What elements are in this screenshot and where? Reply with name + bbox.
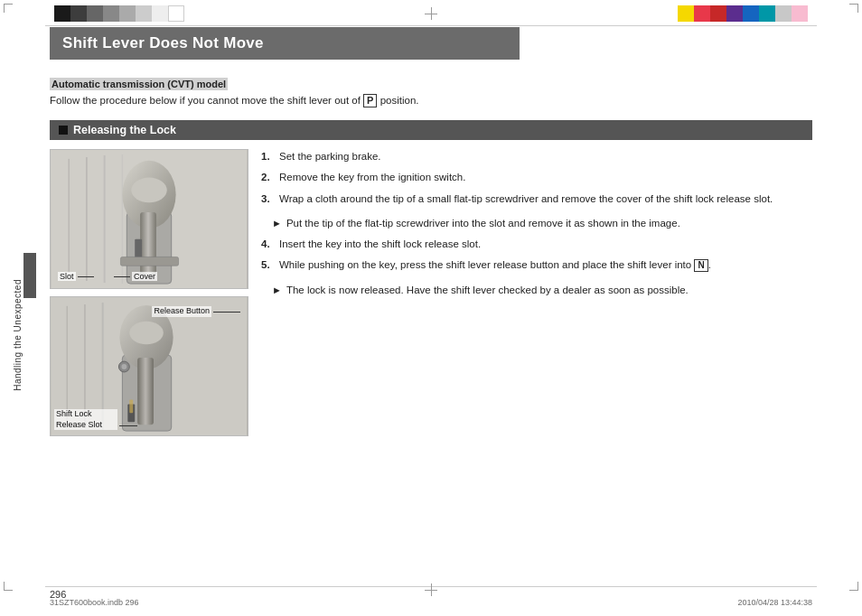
section-icon	[59, 126, 68, 135]
shift-lock-label: Shift Lock Release Slot	[54, 409, 117, 430]
swatches-right	[678, 5, 808, 22]
sub-bullet-2-item: ► The lock is now released. Have the shi…	[261, 279, 812, 298]
corner-mark-br	[849, 582, 858, 591]
shift-lock-annotation: Shift Lock Release Slot	[54, 409, 137, 430]
subtitle-desc: Follow the procedure below if you cannot…	[50, 94, 812, 107]
subtitle-desc-after: position.	[377, 95, 418, 106]
page-title: Shift Lever Does Not Move	[62, 34, 507, 52]
cover-line	[114, 276, 130, 277]
gear-image-top: Slot Cover	[51, 150, 248, 288]
sidebar-label: Handling the Unexpected	[13, 279, 23, 391]
corner-mark-tl	[4, 4, 13, 13]
left-col: Slot Cover	[50, 149, 248, 443]
title-bar: Shift Lever Does Not Move	[50, 27, 520, 60]
sidebar-accent	[23, 253, 36, 298]
cross-mark-bottom	[425, 583, 437, 596]
svg-point-7	[131, 178, 166, 203]
steps-list: 1. Set the parking brake. 2. Remove the …	[261, 149, 812, 298]
sub-bullet-2: ► The lock is now released. Have the shi…	[272, 283, 689, 298]
sub-bullet-1-text: Put the tip of the flat-tip screwdriver …	[286, 216, 680, 231]
step-4-num: 4.	[261, 237, 276, 252]
svg-point-17	[129, 322, 164, 345]
main-content: Shift Lever Does Not Move Automatic tran…	[50, 27, 812, 585]
page-top-line	[45, 25, 817, 26]
slot-label: Slot	[58, 272, 76, 281]
step-2: 2. Remove the key from the ignition swit…	[261, 170, 812, 185]
image-bottom: Release Button Shift Lock Release Slot	[50, 296, 248, 436]
release-button-line	[213, 312, 240, 313]
step-4: 4. Insert the key into the shift lock re…	[261, 237, 812, 252]
step-1: 1. Set the parking brake.	[261, 149, 812, 164]
step-5: 5. While pushing on the key, press the s…	[261, 257, 812, 273]
sub-bullet-1-item: ► Put the tip of the flat-tip screwdrive…	[261, 212, 812, 231]
step-2-text: Remove the key from the ignition switch.	[279, 170, 465, 185]
step-3-text: Wrap a cloth around the tip of a small f…	[279, 191, 773, 207]
corner-mark-bl	[4, 582, 13, 591]
cover-label: Cover	[132, 272, 157, 281]
step-3: 3. Wrap a cloth around the tip of a smal…	[261, 191, 812, 207]
svg-rect-18	[137, 358, 154, 425]
n-label: N	[694, 259, 707, 272]
slot-line	[78, 276, 94, 277]
image-top: Slot Cover	[50, 149, 248, 289]
footer-left: 31SZT600book.indb 296	[50, 598, 139, 607]
slot-label-group: Slot	[58, 272, 94, 281]
release-button-label: Release Button	[152, 306, 211, 317]
p-label: P	[363, 94, 377, 107]
step-1-num: 1.	[261, 149, 276, 164]
release-button-annotation: Release Button	[152, 306, 240, 317]
swatches-left	[54, 5, 184, 22]
step-5-text: While pushing on the key, press the shif…	[279, 257, 711, 273]
shift-lock-line	[119, 425, 137, 426]
svg-rect-10	[120, 257, 178, 266]
step-5-num: 5.	[261, 257, 276, 273]
arrow-icon-1: ►	[272, 216, 282, 231]
subtitle-highlight: Automatic transmission (CVT) model	[50, 78, 228, 90]
sub-bullet-1: ► Put the tip of the flat-tip screwdrive…	[272, 216, 680, 231]
section-title: Releasing the Lock	[73, 124, 176, 136]
cross-mark-top	[425, 7, 437, 20]
step-1-text: Set the parking brake.	[279, 149, 381, 164]
step-3-num: 3.	[261, 191, 276, 207]
sidebar-container: Handling the Unexpected	[11, 108, 23, 562]
arrow-icon-2: ►	[272, 283, 282, 298]
svg-point-20	[121, 364, 126, 369]
subtitle-row: Automatic transmission (CVT) model	[50, 78, 812, 90]
gear-image-bottom: Release Button Shift Lock Release Slot	[51, 297, 248, 435]
sub-bullet-2-text: The lock is now released. Have the shift…	[286, 283, 689, 298]
right-col: 1. Set the parking brake. 2. Remove the …	[261, 149, 812, 443]
gear-svg-top	[51, 150, 248, 288]
step-2-num: 2.	[261, 170, 276, 185]
section-header: Releasing the Lock	[50, 120, 812, 140]
footer-right: 2010/04/28 13:44:38	[737, 598, 812, 607]
corner-mark-tr	[849, 4, 858, 13]
step-4-text: Insert the key into the shift lock relea…	[279, 237, 481, 252]
subtitle-desc-before: Follow the procedure below if you cannot…	[50, 95, 363, 106]
cover-label-group: Cover	[114, 272, 157, 281]
two-col-layout: Slot Cover	[50, 149, 812, 443]
